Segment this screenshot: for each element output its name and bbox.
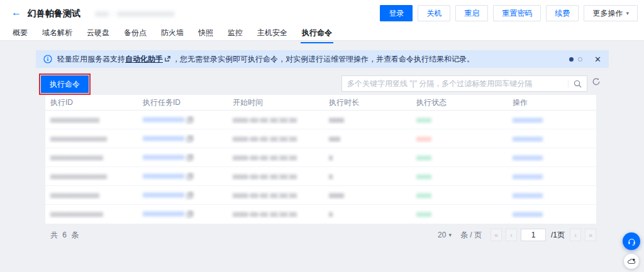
exec-id-blurred: xxxxxxxxxxxxxx <box>50 210 103 219</box>
table-footer: 共 6 条 20 ▾ 条 / 页 « ‹ /1页 › » <box>45 228 596 242</box>
chevron-down-icon: ▾ <box>448 232 452 238</box>
tab-执行命令[interactable]: 执行命令 <box>301 26 333 43</box>
header-button-重置密码[interactable]: 重置密码 <box>493 5 541 21</box>
start-time-blurred: xxxx-xx-xx xx:xx:xx <box>233 153 297 162</box>
tab-域名解析[interactable]: 域名解析 <box>41 26 74 42</box>
top-bar: ← 幻兽帕鲁测试 xxx - xxxxxxxxxxxxx 登录关机重启重置密码续… <box>0 0 644 26</box>
task-id-link-blurred[interactable]: xxxxxxxxxxx <box>143 209 193 218</box>
tab-bar: 概要域名解析云硬盘备份点防火墙快照监控主机安全执行命令 <box>0 26 644 41</box>
row-action-link-blurred[interactable]: xxxxxxxx <box>513 134 543 143</box>
next-page-button[interactable]: › <box>570 229 581 241</box>
header-button-登录[interactable]: 登录 <box>380 5 413 21</box>
exec-id-blurred: xxxxxxxxxxxxxxx <box>50 172 107 181</box>
duration-blurred: x <box>329 172 333 181</box>
info-icon <box>43 55 52 63</box>
customer-service-button[interactable] <box>623 232 640 250</box>
table-body: xxxxxxxxxxxxxxxxxxxxxxxxxxxx-xx-xx xx:xx… <box>45 111 596 224</box>
row-action-link-blurred[interactable]: xxxxxxxx <box>513 191 543 200</box>
column-header-操作: 操作 <box>508 97 596 108</box>
row-action-link-blurred[interactable]: xxxxxxxx <box>513 153 543 162</box>
search-icon[interactable] <box>568 80 587 88</box>
header-button-重启[interactable]: 重启 <box>455 5 488 21</box>
chevron-down-icon: ▾ <box>626 10 629 16</box>
copy-icon[interactable] <box>187 154 193 163</box>
row-action-link-blurred[interactable]: xxxxxxxx <box>513 172 543 181</box>
tab-概要[interactable]: 概要 <box>11 26 29 42</box>
column-header-开始时间: 开始时间 <box>228 97 324 108</box>
external-link-icon <box>164 55 171 64</box>
table-row: xxxxxxxxxxxxxxxxxxxxxxxxxxxxx-xx-xx xx:x… <box>45 205 596 224</box>
banner-dot-inactive[interactable] <box>578 57 582 62</box>
page-size-value: 20 <box>438 231 446 239</box>
duration-blurred: xxxx <box>329 191 344 200</box>
total-count-label: 共 6 条 <box>45 230 80 241</box>
column-header-执行时长: 执行时长 <box>324 97 411 108</box>
header-button-更多操作[interactable]: 更多操作▾ <box>584 5 638 21</box>
page-title: 幻兽帕鲁测试 <box>28 8 80 19</box>
exec-id-blurred: xxxxxxxxxxxxxx <box>50 153 103 162</box>
start-time-blurred: xxxx-xx-xx xx:xx:xx <box>233 191 297 200</box>
execution-table: 执行ID执行任务ID开始时间执行时长执行状态操作 xxxxxxxxxxxxxxx… <box>45 95 596 224</box>
row-action-link-blurred[interactable]: xxxxxxxx <box>513 210 543 219</box>
status-badge-blurred: xxxx <box>416 116 431 124</box>
back-arrow-icon[interactable]: ← <box>11 7 21 18</box>
banner-text: 轻量应用服务器支持自动化助手，您无需登录实例即可执行命令，对实例进行运维管理操作… <box>57 54 474 65</box>
status-badge-blurred: xxxx <box>416 210 431 219</box>
status-badge-blurred: xxxx <box>416 153 431 162</box>
copy-icon[interactable] <box>187 173 193 182</box>
status-badge-blurred: xxxx <box>416 134 431 143</box>
banner-text-before: 轻量应用服务器支持 <box>57 55 125 63</box>
page-size-select[interactable]: 20 ▾ <box>438 231 452 239</box>
copy-icon[interactable] <box>187 116 193 125</box>
status-badge-blurred: xxxx <box>416 172 431 181</box>
duration-blurred: x <box>329 210 333 219</box>
feedback-cloud-button[interactable] <box>624 254 639 269</box>
page-size-unit-label: 条 / 页 <box>460 230 482 241</box>
start-time-blurred: xxxx-xx-xx xx:xx:xx <box>233 116 297 124</box>
start-time-blurred: xxxx-xx-xx xx:xx:xx <box>233 172 297 181</box>
automation-assistant-link[interactable]: 自动化助手 <box>125 55 163 63</box>
execute-command-button[interactable]: 执行命令 <box>41 75 89 93</box>
table-row: xxxxxxxxxxxxxxxxxxxxxxxxxxxxxx-xx-xx xx:… <box>45 167 596 186</box>
header-button-续费[interactable]: 续费 <box>546 5 579 21</box>
copy-icon[interactable] <box>187 192 193 200</box>
headset-icon <box>627 237 636 246</box>
copy-icon[interactable] <box>187 210 193 219</box>
task-id-link-blurred[interactable]: xxxxxxxxxxx <box>143 134 193 143</box>
task-id-link-blurred[interactable]: xxxxxxxxxxx <box>143 153 193 161</box>
copy-icon[interactable] <box>187 135 193 144</box>
exec-id-blurred: xxxxxxxxxxxxx <box>50 191 99 200</box>
column-header-执行状态: 执行状态 <box>411 97 508 108</box>
row-action-link-blurred[interactable]: xxxxxxxx <box>513 116 543 124</box>
status-badge-blurred: xxxx <box>416 191 431 200</box>
banner-dot-active[interactable] <box>569 57 574 62</box>
table-header-row: 执行ID执行任务ID开始时间执行时长执行状态操作 <box>45 95 596 111</box>
banner-close-icon[interactable]: ✕ <box>594 55 601 63</box>
tab-快照[interactable]: 快照 <box>197 26 214 42</box>
table-row: xxxxxxxxxxxxxxxxxxxxxxxxxxxx-xx-xx xx:xx… <box>45 186 596 205</box>
task-id-link-blurred[interactable]: xxxxxxxxxxx <box>143 190 193 199</box>
tab-主机安全[interactable]: 主机安全 <box>256 26 289 42</box>
prev-page-button[interactable]: ‹ <box>506 229 517 241</box>
search-input[interactable] <box>342 79 568 88</box>
start-time-blurred: xxxx-xx-xx xx:xx:xx <box>233 210 297 219</box>
header-button-关机[interactable]: 关机 <box>418 5 450 21</box>
header-action-buttons: 登录关机重启重置密码续费更多操作▾ <box>380 5 638 21</box>
refresh-icon[interactable] <box>592 77 601 86</box>
first-page-button[interactable]: « <box>491 229 502 241</box>
page-number-input[interactable] <box>521 229 546 241</box>
table-row: xxxxxxxxxxxxxxxxxxxxxxxxxxxxxx-xx-xx xx:… <box>45 129 596 148</box>
column-header-执行任务ID: 执行任务ID <box>138 97 228 108</box>
page-total-label: /1页 <box>551 230 565 241</box>
table-row: xxxxxxxxxxxxxxxxxxxxxxxxxxxx-xx-xx xx:xx… <box>45 111 596 129</box>
task-id-link-blurred[interactable]: xxxxxxxxxxx <box>143 115 193 124</box>
column-header-执行ID: 执行ID <box>45 97 138 108</box>
duration-blurred: xxxx <box>329 116 344 124</box>
tab-防火墙[interactable]: 防火墙 <box>160 26 185 42</box>
tab-云硬盘[interactable]: 云硬盘 <box>86 26 111 42</box>
last-page-button[interactable]: » <box>585 229 596 241</box>
task-id-link-blurred[interactable]: xxxxxxxxxxx <box>143 171 193 180</box>
info-banner: 轻量应用服务器支持自动化助手，您无需登录实例即可执行命令，对实例进行运维管理操作… <box>36 50 609 68</box>
tab-备份点[interactable]: 备份点 <box>123 26 148 42</box>
tab-监控[interactable]: 监控 <box>226 26 244 42</box>
